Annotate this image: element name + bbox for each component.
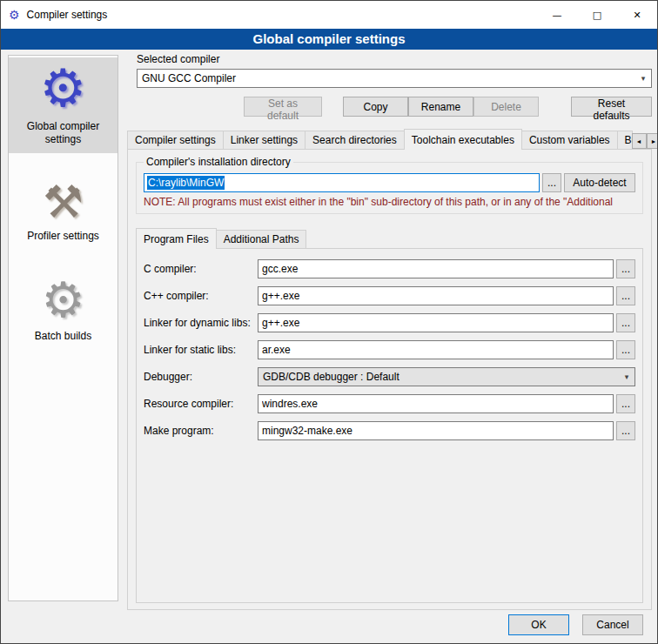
program-files-panel: C compiler: ... C++ compiler: ... Linker… — [136, 248, 643, 603]
c-compiler-label: C compiler: — [144, 263, 258, 275]
titlebar: ⚙ Compiler settings — □ ✕ — [1, 1, 657, 29]
linker-static-row: Linker for static libs: ... — [144, 340, 635, 359]
auto-detect-button[interactable]: Auto-detect — [564, 173, 635, 192]
installation-directory-value: C:\raylib\MinGW — [147, 176, 225, 190]
make-program-row: Make program: ... — [144, 421, 635, 440]
main-content: Selected compiler GNU GCC Compiler ▾ Set… — [127, 53, 652, 610]
copy-button[interactable]: Copy — [343, 97, 408, 117]
reset-defaults-button[interactable]: Reset defaults — [571, 97, 652, 117]
chevron-down-icon: ▾ — [635, 74, 651, 83]
sidebar-item-label: Global compiler settings — [11, 120, 115, 146]
c-compiler-input[interactable] — [258, 259, 614, 278]
debugger-row: Debugger: GDB/CDB debugger : Default ▾ — [144, 367, 635, 386]
browse-resource-compiler-button[interactable]: ... — [616, 394, 635, 413]
tab-custom-variables[interactable]: Custom variables — [521, 131, 618, 149]
debugger-select[interactable]: GDB/CDB debugger : Default ▾ — [258, 367, 635, 386]
browse-c-compiler-button[interactable]: ... — [616, 259, 635, 278]
program-files-tabbar: Program Files Additional Paths — [136, 228, 643, 248]
browse-installation-directory-button[interactable]: ... — [542, 173, 561, 192]
tab-program-files[interactable]: Program Files — [136, 228, 217, 249]
tab-scroll-left-icon[interactable]: ◄ — [632, 133, 647, 149]
window-controls: — □ ✕ — [537, 1, 657, 29]
installation-directory-input[interactable]: C:\raylib\MinGW — [144, 173, 540, 192]
compiler-settings-window: ⚙ Compiler settings — □ ✕ Global compile… — [0, 0, 658, 644]
installation-note-text: NOTE: All programs must exist either in … — [144, 196, 635, 208]
tab-build-options[interactable]: Buil — [617, 131, 633, 149]
tab-search-directories[interactable]: Search directories — [305, 131, 405, 149]
linker-dynamic-input[interactable] — [258, 313, 614, 332]
linker-static-input[interactable] — [258, 340, 614, 359]
browse-cpp-compiler-button[interactable]: ... — [616, 286, 635, 305]
page-title: Global compiler settings — [1, 29, 657, 50]
selected-compiler-value: GNU GCC Compiler — [142, 72, 635, 84]
linker-dynamic-row: Linker for dynamic libs: ... — [144, 313, 635, 332]
make-program-label: Make program: — [144, 425, 258, 437]
resource-compiler-label: Resource compiler: — [144, 398, 258, 410]
tab-additional-paths[interactable]: Additional Paths — [216, 230, 307, 248]
app-icon: ⚙ — [9, 9, 20, 21]
tab-scroll-controls: ◄ ► — [632, 133, 658, 149]
minimize-button[interactable]: — — [537, 1, 577, 29]
resource-compiler-row: Resource compiler: ... — [144, 394, 635, 413]
ok-button[interactable]: OK — [508, 614, 569, 635]
linker-dynamic-label: Linker for dynamic libs: — [144, 317, 258, 329]
compiler-actions-row: Set as default Copy Rename Delete Reset … — [127, 97, 652, 117]
gear-gray-icon: ⚙ — [11, 276, 115, 325]
chevron-down-icon: ▾ — [619, 372, 634, 381]
dialog-footer: OK Cancel — [508, 614, 643, 635]
cancel-button[interactable]: Cancel — [582, 614, 643, 635]
resource-compiler-input[interactable] — [258, 394, 614, 413]
sidebar-item-profiler-settings[interactable]: ⚒ Profiler settings — [9, 174, 118, 250]
installation-directory-label: Compiler's installation directory — [144, 156, 293, 168]
settings-tabbar: Compiler settings Linker settings Search… — [127, 129, 652, 149]
toolchain-executables-panel: Compiler's installation directory C:\ray… — [127, 149, 652, 610]
delete-button[interactable]: Delete — [473, 97, 539, 117]
maximize-button[interactable]: □ — [577, 1, 617, 29]
settings-sidebar: ⚙ Global compiler settings ⚒ Profiler se… — [8, 55, 118, 601]
debugger-label: Debugger: — [144, 371, 258, 383]
tab-toolchain-executables[interactable]: Toolchain executables — [404, 129, 522, 150]
cpp-compiler-label: C++ compiler: — [144, 290, 258, 302]
profiler-tools-icon: ⚒ — [11, 179, 115, 225]
linker-static-label: Linker for static libs: — [144, 344, 258, 356]
installation-directory-group: Compiler's installation directory C:\ray… — [136, 162, 643, 214]
sidebar-item-label: Batch builds — [11, 330, 115, 343]
sidebar-item-batch-builds[interactable]: ⚙ Batch builds — [9, 271, 118, 350]
gear-blue-icon: ⚙ — [11, 63, 115, 115]
sidebar-item-global-compiler-settings[interactable]: ⚙ Global compiler settings — [9, 57, 118, 153]
cpp-compiler-input[interactable] — [258, 286, 614, 305]
set-as-default-button[interactable]: Set as default — [244, 97, 322, 117]
rename-button[interactable]: Rename — [408, 97, 473, 117]
tab-compiler-settings[interactable]: Compiler settings — [127, 131, 224, 149]
window-title: Compiler settings — [27, 9, 108, 21]
browse-linker-dynamic-button[interactable]: ... — [616, 313, 635, 332]
tab-linker-settings[interactable]: Linker settings — [223, 131, 306, 149]
browse-linker-static-button[interactable]: ... — [616, 340, 635, 359]
selected-compiler-dropdown[interactable]: GNU GCC Compiler ▾ — [137, 69, 652, 88]
close-button[interactable]: ✕ — [617, 1, 657, 29]
selected-compiler-label: Selected compiler — [137, 53, 652, 65]
cpp-compiler-row: C++ compiler: ... — [144, 286, 635, 305]
browse-make-program-button[interactable]: ... — [616, 421, 635, 440]
debugger-value: GDB/CDB debugger : Default — [263, 371, 619, 383]
installation-path-row: C:\raylib\MinGW ... Auto-detect — [144, 173, 635, 192]
tab-scroll-right-icon[interactable]: ► — [647, 133, 658, 149]
make-program-input[interactable] — [258, 421, 614, 440]
sidebar-item-label: Profiler settings — [11, 230, 115, 243]
c-compiler-row: C compiler: ... — [144, 259, 635, 278]
